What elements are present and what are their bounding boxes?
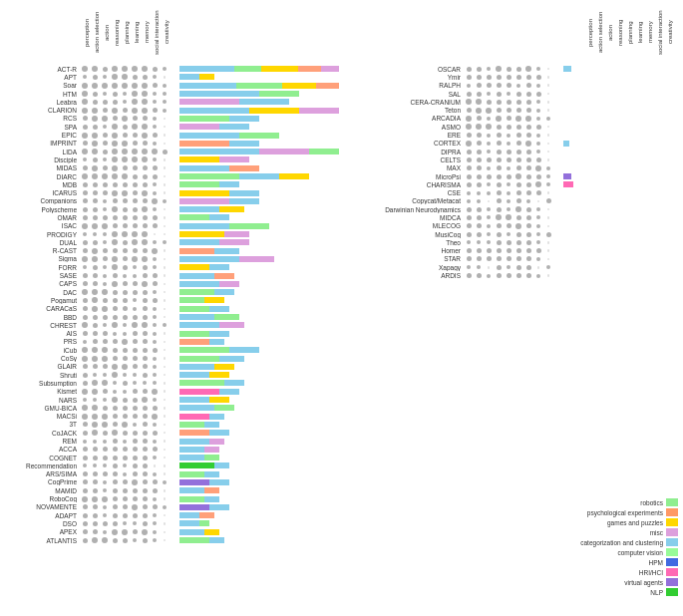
dot-cell [120, 65, 130, 73]
legend-color [666, 538, 678, 546]
row-label: CHREST [0, 322, 80, 329]
dot-cell [100, 238, 110, 246]
dot-cell [150, 494, 160, 502]
bar-segment [179, 439, 209, 445]
right-col-headers: perception action selection action reaso… [344, 0, 683, 65]
dot-cell [130, 388, 140, 396]
row-label: GLAIR [0, 363, 80, 370]
dot-cell [504, 271, 513, 279]
dot-cell [150, 263, 160, 271]
dot-cell [100, 528, 110, 536]
bars-area [179, 454, 339, 462]
dot-cell [130, 280, 140, 288]
dot-cell [160, 115, 170, 123]
dot-cell [533, 82, 543, 90]
bars-area [563, 82, 683, 90]
dots-area [80, 288, 179, 296]
bar-segment [563, 66, 571, 72]
row-label: CARACaS [0, 305, 80, 312]
table-row: SPA [0, 123, 339, 131]
dots-area [80, 123, 179, 131]
dot-cell [120, 205, 130, 213]
bar-segment [209, 306, 229, 312]
dot-cell [130, 454, 140, 462]
bars-area [563, 172, 683, 180]
bar-segment [239, 256, 274, 262]
bar-segment [179, 74, 199, 80]
dots-area [80, 470, 179, 478]
legend-label: games and puzzles [607, 519, 663, 526]
dot-cell [533, 90, 543, 98]
dot-cell [160, 82, 170, 90]
dot-cell [120, 478, 130, 486]
dots-area [80, 429, 179, 437]
dots-area [80, 296, 179, 304]
r-header-creativity: creativity [663, 0, 673, 65]
dot-cell [130, 371, 140, 379]
dot-cell [533, 230, 543, 238]
dot-cell [504, 164, 513, 172]
bar-segment [179, 83, 236, 89]
dot-cell [484, 148, 494, 155]
table-row: DIPRA [344, 148, 683, 155]
table-row: DIARC [0, 172, 339, 180]
dot-cell [130, 503, 140, 511]
dot-cell [100, 172, 110, 180]
dots-area [464, 106, 563, 114]
dots-area [80, 388, 179, 396]
dot-cell [474, 82, 484, 90]
dot-cell [150, 454, 160, 462]
dots-area [80, 421, 179, 429]
row-label: Polyscheme [0, 206, 80, 213]
table-row: ERE [344, 131, 683, 139]
dot-cell [160, 263, 170, 271]
dot-cell [513, 263, 523, 271]
row-label: CLARION [0, 107, 80, 114]
legend-label: HPM [649, 559, 663, 566]
dot-cell [90, 412, 100, 420]
dot-cell [120, 354, 130, 362]
row-label: Darwinian Neurodynamics [344, 206, 464, 213]
bar-segment [229, 198, 259, 204]
dot-cell [150, 255, 160, 263]
dot-cell [80, 313, 90, 321]
dot-cell [160, 230, 170, 238]
dot-cell [90, 98, 100, 106]
dot-cell [523, 271, 533, 279]
table-row: CogPrime [0, 478, 339, 486]
right-data-rows: OSCARYmirRALPHSALCERA-CRANIUMTetonARCADI… [344, 65, 683, 280]
dot-cell [150, 354, 160, 362]
dots-area [464, 222, 563, 230]
dot-cell [543, 115, 553, 123]
bar-segment [179, 430, 209, 436]
dot-cell [150, 338, 160, 346]
bars-area [179, 197, 339, 205]
dot-cell [80, 305, 90, 313]
dot-cell [120, 180, 130, 188]
bars-area [179, 238, 339, 246]
table-row: Subsumption [0, 379, 339, 387]
dot-cell [150, 247, 160, 255]
dot-cell [90, 65, 100, 73]
dot-cell [160, 313, 170, 321]
dot-cell [464, 188, 474, 196]
dot-cell [90, 346, 100, 354]
dot-cell [100, 197, 110, 205]
dot-cell [130, 288, 140, 296]
dot-cell [150, 82, 160, 90]
dot-cell [120, 140, 130, 148]
bar-segment [179, 231, 224, 237]
dot-cell [110, 412, 120, 420]
dot-cell [80, 536, 90, 544]
dot-cell [140, 197, 150, 205]
bars-area [179, 503, 339, 511]
dot-cell [130, 230, 140, 238]
bars-area [179, 82, 339, 90]
dots-area [80, 197, 179, 205]
row-label: 3T [0, 421, 80, 428]
dots-area [80, 519, 179, 527]
dot-cell [150, 305, 160, 313]
table-row: Recommendation [0, 462, 339, 469]
dot-cell [90, 255, 100, 263]
dot-cell [100, 437, 110, 445]
